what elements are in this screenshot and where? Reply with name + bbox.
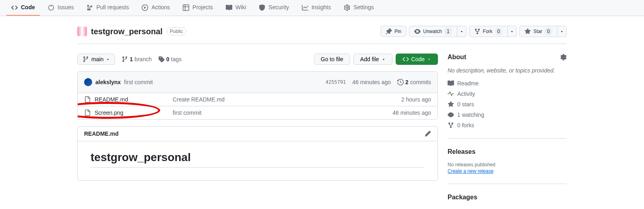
commits-link[interactable]: 2 commits bbox=[397, 79, 431, 85]
git-branch-icon bbox=[83, 56, 89, 62]
tab-security-label: Security bbox=[268, 3, 289, 12]
pin-label: Pin bbox=[394, 27, 401, 35]
fork-count: 0 bbox=[495, 27, 503, 35]
readme-filename[interactable]: README.md bbox=[84, 130, 119, 137]
play-icon bbox=[142, 4, 148, 11]
book-icon bbox=[226, 4, 232, 11]
repo-header: testgrow_personal Public Pin Unwatch 1 bbox=[77, 23, 567, 44]
triangle-down-icon bbox=[510, 29, 514, 33]
sidebar: About No description, website, or topics… bbox=[448, 54, 567, 209]
fork-icon bbox=[448, 122, 454, 128]
gear-icon bbox=[344, 4, 350, 11]
about-settings-button[interactable] bbox=[560, 54, 567, 61]
about-stars-link[interactable]: 0 stars bbox=[448, 101, 567, 108]
branches-count: 1 bbox=[130, 56, 133, 62]
star-icon bbox=[448, 101, 454, 108]
add-file-button[interactable]: Add file bbox=[353, 54, 392, 65]
commit-author[interactable]: alekslynx bbox=[95, 79, 121, 85]
fork-caret[interactable] bbox=[508, 26, 517, 37]
code-icon bbox=[402, 56, 409, 62]
branch-name: main bbox=[91, 56, 103, 62]
branch-select-button[interactable]: main bbox=[77, 54, 115, 65]
pin-button[interactable]: Pin bbox=[380, 26, 407, 37]
code-button[interactable]: Code bbox=[396, 54, 438, 65]
tag-icon bbox=[158, 56, 165, 62]
branches-stat[interactable]: 1 branch bbox=[122, 56, 152, 62]
fork-label: Fork bbox=[483, 27, 493, 35]
readme-box: README.md testgrow_personal bbox=[77, 126, 438, 181]
unwatch-label: Unwatch bbox=[423, 27, 442, 35]
commit-message[interactable]: first commit bbox=[124, 79, 153, 85]
table-icon bbox=[183, 4, 189, 11]
eye-icon bbox=[414, 28, 421, 35]
tab-pulls-label: Pull requests bbox=[96, 3, 129, 12]
file-list-box: alekslynx first commit 4255791 46 minute… bbox=[77, 71, 438, 120]
tab-code[interactable]: Code bbox=[6, 0, 40, 16]
file-name[interactable]: README.md bbox=[95, 96, 128, 103]
tab-issues[interactable]: Issues bbox=[43, 0, 78, 16]
git-branch-icon bbox=[122, 56, 128, 62]
history-icon bbox=[397, 79, 404, 85]
triangle-down-icon bbox=[560, 29, 564, 33]
create-release-link[interactable]: Create a new release bbox=[448, 168, 493, 174]
file-name[interactable]: Screen.png bbox=[95, 110, 124, 116]
fork-button[interactable]: Fork 0 bbox=[469, 26, 508, 37]
watch-count: 1 bbox=[444, 27, 452, 35]
file-row: Screen.png first commit 46 minutes ago bbox=[78, 106, 438, 119]
file-commit-message[interactable]: first commit bbox=[173, 110, 202, 116]
star-caret[interactable] bbox=[557, 26, 567, 37]
tab-issues-label: Issues bbox=[58, 3, 74, 12]
graph-icon bbox=[302, 4, 308, 11]
about-forks-link[interactable]: 0 forks bbox=[448, 122, 567, 128]
file-time: 46 minutes ago bbox=[392, 110, 431, 116]
pulse-icon bbox=[448, 91, 454, 97]
star-label: Star bbox=[533, 27, 542, 35]
pin-icon bbox=[386, 28, 392, 35]
about-watching-link[interactable]: 1 watching bbox=[448, 112, 567, 118]
shield-icon bbox=[259, 4, 265, 11]
about-description: No description, website, or topics provi… bbox=[448, 67, 567, 74]
repo-nav: Code Issues Pull requests Actions Projec… bbox=[0, 0, 644, 16]
triangle-down-icon bbox=[427, 57, 431, 61]
commit-time: 46 minutes ago bbox=[352, 79, 391, 85]
file-commit-message[interactable]: Create README.md bbox=[173, 96, 225, 103]
commit-sha[interactable]: 4255791 bbox=[326, 79, 346, 85]
tab-wiki-label: Wiki bbox=[235, 3, 246, 12]
pencil-icon bbox=[425, 130, 431, 137]
star-button[interactable]: Star 0 bbox=[519, 26, 557, 37]
branch-bar: main 1 branch 0 tags Go to fil bbox=[77, 54, 438, 65]
gear-icon bbox=[560, 54, 567, 60]
tags-stat[interactable]: 0 tags bbox=[158, 56, 182, 62]
about-readme-link[interactable]: Readme bbox=[448, 80, 567, 87]
no-releases-text: No releases published bbox=[448, 162, 567, 168]
commits-label: commits bbox=[410, 79, 431, 85]
tab-settings[interactable]: Settings bbox=[339, 0, 379, 16]
author-avatar[interactable] bbox=[84, 78, 92, 86]
repo-name[interactable]: testgrow_personal bbox=[91, 27, 163, 36]
tab-actions-label: Actions bbox=[151, 3, 170, 12]
triangle-down-icon bbox=[460, 29, 464, 33]
tab-insights[interactable]: Insights bbox=[297, 0, 336, 16]
file-time: 2 hours ago bbox=[401, 96, 431, 103]
file-row: README.md Create README.md 2 hours ago bbox=[78, 93, 438, 106]
tab-pulls[interactable]: Pull requests bbox=[82, 0, 134, 16]
tab-wiki[interactable]: Wiki bbox=[221, 0, 251, 16]
tab-security[interactable]: Security bbox=[254, 0, 294, 16]
readme-heading: testgrow_personal bbox=[91, 151, 425, 168]
unwatch-button[interactable]: Unwatch 1 bbox=[409, 26, 457, 37]
tab-actions[interactable]: Actions bbox=[137, 0, 175, 16]
tab-insights-label: Insights bbox=[312, 3, 331, 12]
edit-readme-button[interactable] bbox=[425, 130, 431, 137]
tags-label: tags bbox=[171, 56, 182, 62]
about-activity-link[interactable]: Activity bbox=[448, 91, 567, 97]
tab-projects[interactable]: Projects bbox=[178, 0, 218, 16]
eye-icon bbox=[448, 112, 454, 118]
tab-settings-label: Settings bbox=[353, 3, 374, 12]
goto-file-button[interactable]: Go to file bbox=[314, 54, 350, 65]
fork-icon bbox=[474, 28, 481, 35]
file-icon bbox=[84, 96, 91, 103]
visibility-badge: Public bbox=[167, 27, 186, 35]
tags-count: 0 bbox=[166, 56, 169, 62]
unwatch-caret[interactable] bbox=[457, 26, 466, 37]
latest-commit-row: alekslynx first commit 4255791 46 minute… bbox=[78, 72, 438, 93]
